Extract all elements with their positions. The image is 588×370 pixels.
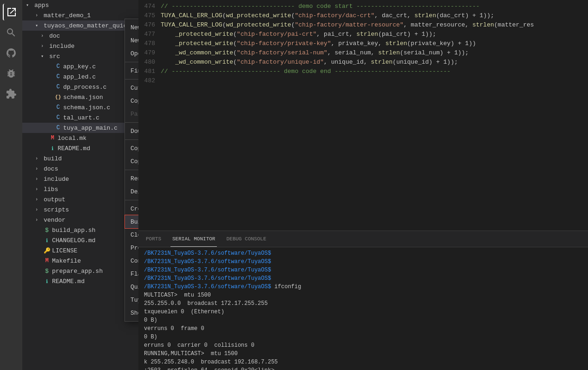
code-line-480: _wd_common_write("chip-factory/unique-id… (161, 58, 588, 67)
term-line-1: /BK7231N_TuyaOS-3.7.6/software/TuyaOS$ (144, 249, 582, 258)
tree-item-license[interactable]: 🔑 LICENSE (22, 245, 138, 256)
terminal-tab-ports[interactable]: PORTS (144, 231, 163, 247)
menu-build-project[interactable]: Build Project (125, 215, 138, 228)
terminal-tab-serial-monitor[interactable]: SERIAL MONITOR (170, 231, 217, 247)
term-line-11: 0 B) (144, 333, 582, 341)
term-line-5: /BK7231N_TuyaOS-3.7.6/software/TuyaOS$ i… (144, 283, 582, 291)
code-line-479: _wd_common_write("chip-factory/serial-nu… (161, 48, 588, 58)
menu-copy-path[interactable]: Copy Path Shift+Alt+C (125, 142, 138, 155)
code-line-478: _protected_write("chip-factory/private-k… (161, 39, 588, 48)
search-icon[interactable] (3, 24, 20, 41)
terminal: PORTS SERIAL MONITOR DEBUG CONSOLE /BK72… (138, 231, 588, 370)
tree-item-makefile[interactable]: M Makefile (22, 256, 138, 266)
term-line-10: verruns 0 frame 0 (144, 324, 582, 333)
tree-item-include[interactable]: › include (22, 41, 138, 51)
menu-pre-config[interactable]: Pre Config Project (125, 241, 138, 254)
term-line-4: /BK7231N_TuyaOS-3.7.6/software/TuyaOS$ (144, 274, 582, 283)
menu-sep-6 (125, 200, 138, 200)
explorer-icon[interactable] (3, 4, 20, 20)
file-makefile-icon: M (43, 258, 51, 264)
tree-item-build[interactable]: › build (22, 153, 138, 164)
tree-item-build-app-sh[interactable]: $ build_app.sh (22, 225, 138, 235)
menu-new-file[interactable]: New File... (125, 21, 138, 34)
tree-item-doc[interactable]: › doc (22, 31, 138, 41)
tree-item-app-key[interactable]: C app_key.c (22, 61, 138, 72)
tree-item-changelog[interactable]: ℹ CHANGELOG.md (22, 235, 138, 245)
tree-item-readme2[interactable]: ℹ README.md (22, 276, 138, 286)
terminal-tab-debug-console[interactable]: DEBUG CONSOLE (224, 231, 268, 247)
code-line-477: _protected_write("chip-factory/pai-crt",… (161, 30, 588, 39)
tree-item-src[interactable]: ▾ src (22, 51, 138, 61)
file-dollar-icon: $ (43, 227, 51, 234)
menu-copy[interactable]: Copy Ctrl+C (125, 94, 138, 107)
tree-item-local-mk[interactable]: M local.mk (22, 133, 138, 143)
menu-open-terminal[interactable]: Open in Integrated Terminal (125, 47, 138, 60)
tree-item-matter-demo[interactable]: › matter_demo_1 (22, 10, 138, 20)
menu-cut[interactable]: Cut Ctrl+X (125, 81, 138, 94)
menu-tuya-home[interactable]: Tuya Home (125, 293, 138, 306)
menu-download[interactable]: Download... (125, 125, 138, 138)
tree-item-tuyaos-quickstart[interactable]: ▾ tuyaos_demo_matter_quickstart (22, 20, 138, 31)
menu-rename[interactable]: Rename... F2 (125, 172, 138, 185)
arrow-include: › (41, 44, 48, 49)
tree-item-prepare-sh[interactable]: $ prepare_app.sh (22, 266, 138, 276)
sidebar: ▾ apps › matter_demo_1 ▾ tuyaos_demo_mat… (22, 0, 138, 370)
menu-delete[interactable]: Delete Permanently Delete (125, 185, 138, 198)
file-c-icon-3: C (54, 84, 62, 90)
tree-item-schema-json-c[interactable]: C schema.json.c (22, 102, 138, 112)
code-line-481: // ------------------------------ demo c… (161, 67, 588, 76)
menu-quick-start[interactable]: Quick Start (125, 280, 138, 293)
menu-show-project-info[interactable]: Show Project Information (125, 306, 138, 319)
tree-item-app-led[interactable]: C app_led.c (22, 72, 138, 82)
extensions-icon[interactable] (3, 86, 20, 102)
term-line-8: txqueuelen 0 (Ethernet) (144, 308, 582, 316)
main-area: 474 475 476 477 478 479 480 481 482 // -… (138, 0, 588, 370)
term-line-15: k 255.255.248.0 broadcast 192.168.7.255 (144, 358, 582, 366)
arrow-matter-demo: › (35, 13, 43, 18)
menu-copy-relative-path[interactable]: Copy Relative Path Ctrl+K Ctrl+Shift+C (125, 155, 138, 168)
file-c-icon-2: C (54, 73, 62, 80)
activity-bar (0, 0, 22, 370)
tree-item-include2[interactable]: › include (22, 174, 138, 184)
file-info-icon: ℹ (48, 145, 57, 152)
arrow-src: ▾ (41, 53, 48, 59)
menu-create-project[interactable]: Create Project (125, 202, 138, 215)
tree-item-readme[interactable]: ℹ README.md (22, 143, 138, 153)
tree-item-apps[interactable]: ▾ apps (22, 0, 138, 10)
tree-item-output[interactable]: › output (22, 194, 138, 205)
file-c-icon-5: C (54, 114, 62, 121)
term-line-6: MULTICAST> mtu 1500 (144, 291, 582, 299)
file-explorer: ▾ apps › matter_demo_1 ▾ tuyaos_demo_mat… (22, 0, 138, 370)
arrow-apps: ▾ (26, 2, 33, 8)
tree-item-schema-json[interactable]: {} schema.json (22, 92, 138, 102)
arrow-doc: › (41, 33, 48, 39)
menu-sep-3 (125, 122, 138, 123)
term-line-12: erruns 0 carrier 0 collisions 0 (144, 341, 582, 350)
term-line-3: /BK7231N_TuyaOS-3.7.6/software/TuyaOS$ (144, 266, 582, 274)
file-m-icon: M (48, 135, 57, 141)
file-readme2-icon: ℹ (43, 278, 51, 284)
menu-sep-4 (125, 139, 138, 140)
code-line-476: TUYA_CALL_ERR_LOG(wd_protected_write("ch… (161, 20, 588, 30)
debug-icon[interactable] (3, 65, 20, 82)
menu-sep-5 (125, 170, 138, 170)
menu-find-in-folder[interactable]: Find in Folder... Shift+Alt+F (125, 64, 138, 77)
tree-item-vendor[interactable]: › vendor (22, 215, 138, 225)
tree-item-libs[interactable]: › libs (22, 184, 138, 194)
menu-config-project[interactable]: Config Project (125, 254, 138, 267)
menu-flash-prod[interactable]: Flash Prod (125, 267, 138, 280)
tree-item-scripts[interactable]: › scripts (22, 205, 138, 215)
menu-paste[interactable]: Paste Ctrl+V (125, 107, 138, 120)
menu-new-folder[interactable]: New Folder... (125, 34, 138, 47)
source-control-icon[interactable] (3, 45, 20, 61)
tree-item-tuya-app-main[interactable]: C tuya_app_main.c (22, 123, 138, 133)
line-numbers: 474 475 476 477 478 479 480 481 482 (138, 0, 161, 231)
tree-item-dp-process[interactable]: C dp_process.c (22, 82, 138, 92)
arrow-tuyaos: ▾ (35, 23, 43, 28)
file-license-icon: 🔑 (43, 247, 51, 254)
file-prepare-icon: $ (43, 268, 51, 275)
menu-clean-project[interactable]: Clean Project (125, 228, 138, 241)
menu-sep-1 (125, 62, 138, 62)
tree-item-docs[interactable]: › docs (22, 164, 138, 174)
tree-item-tal-uart[interactable]: C tal_uart.c (22, 112, 138, 123)
